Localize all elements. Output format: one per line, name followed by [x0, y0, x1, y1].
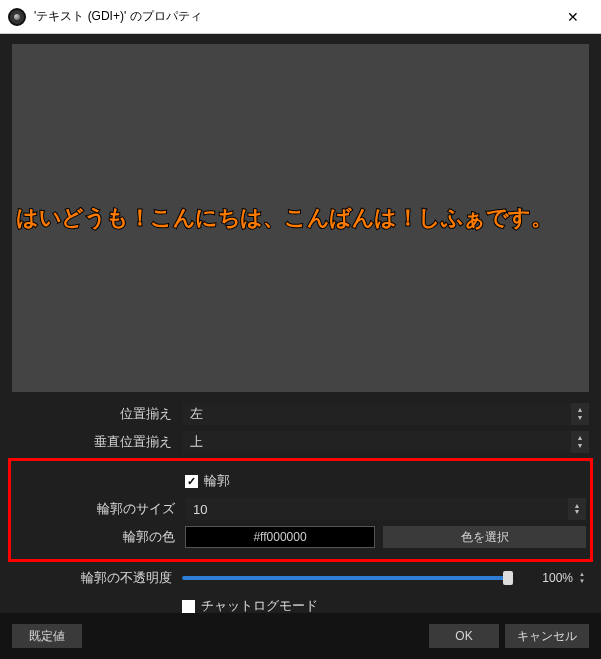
row-outline-size: 輪郭のサイズ 10 ▲▼ — [15, 495, 586, 523]
slider-outline-opacity[interactable] — [182, 576, 513, 580]
value-outline-opacity[interactable]: 100% — [523, 568, 573, 588]
swatch-outline-color[interactable]: #ff000000 — [185, 526, 375, 548]
preview-pane: はいどうも！こんにちは、こんばんは！しふぁです。 — [12, 44, 589, 392]
select-align-spinner[interactable]: ▲▼ — [571, 403, 589, 425]
properties-form: 位置揃え 左 ▲▼ 垂直位置揃え 上 ▲▼ ✓ 輪郭 輪郭のサイズ — [12, 400, 589, 648]
window-title: 'テキスト (GDI+)' のプロパティ — [34, 8, 553, 25]
row-outline-opacity: 輪郭の不透明度 100% ▲▼ — [12, 564, 589, 592]
label-valign: 垂直位置揃え — [12, 433, 182, 451]
row-align: 位置揃え 左 ▲▼ — [12, 400, 589, 428]
label-outline-color: 輪郭の色 — [15, 528, 185, 546]
preview-text: はいどうも！こんにちは、こんばんは！しふぁです。 — [16, 203, 552, 233]
select-valign[interactable]: 上 — [182, 431, 571, 453]
checkbox-outline[interactable]: ✓ — [185, 475, 198, 488]
close-button[interactable]: ✕ — [553, 7, 593, 27]
ok-button[interactable]: OK — [429, 624, 499, 648]
select-valign-spinner[interactable]: ▲▼ — [571, 431, 589, 453]
button-pick-color[interactable]: 色を選択 — [383, 526, 586, 548]
cancel-button[interactable]: キャンセル — [505, 624, 589, 648]
input-outline-size[interactable]: 10 — [185, 498, 568, 520]
checkbox-chatlog[interactable] — [182, 600, 195, 613]
footer: 既定値 OK キャンセル — [0, 613, 601, 659]
input-outline-size-spinner[interactable]: ▲▼ — [568, 498, 586, 520]
highlight-box: ✓ 輪郭 輪郭のサイズ 10 ▲▼ 輪郭の色 #ff000000 色を選択 — [8, 458, 593, 562]
defaults-button[interactable]: 既定値 — [12, 624, 82, 648]
row-outline-enable: ✓ 輪郭 — [15, 467, 586, 495]
content-area: はいどうも！こんにちは、こんばんは！しふぁです。 位置揃え 左 ▲▼ 垂直位置揃… — [0, 34, 601, 648]
label-align: 位置揃え — [12, 405, 182, 423]
slider-thumb[interactable] — [503, 571, 513, 585]
row-outline-color: 輪郭の色 #ff000000 色を選択 — [15, 523, 586, 551]
label-outline-size: 輪郭のサイズ — [15, 500, 185, 518]
titlebar: 'テキスト (GDI+)' のプロパティ ✕ — [0, 0, 601, 34]
value-outline-opacity-spinner[interactable]: ▲▼ — [575, 568, 589, 588]
obs-icon — [8, 8, 26, 26]
select-align[interactable]: 左 — [182, 403, 571, 425]
row-valign: 垂直位置揃え 上 ▲▼ — [12, 428, 589, 456]
checkbox-outline-label: 輪郭 — [204, 472, 230, 490]
label-outline-opacity: 輪郭の不透明度 — [12, 569, 182, 587]
